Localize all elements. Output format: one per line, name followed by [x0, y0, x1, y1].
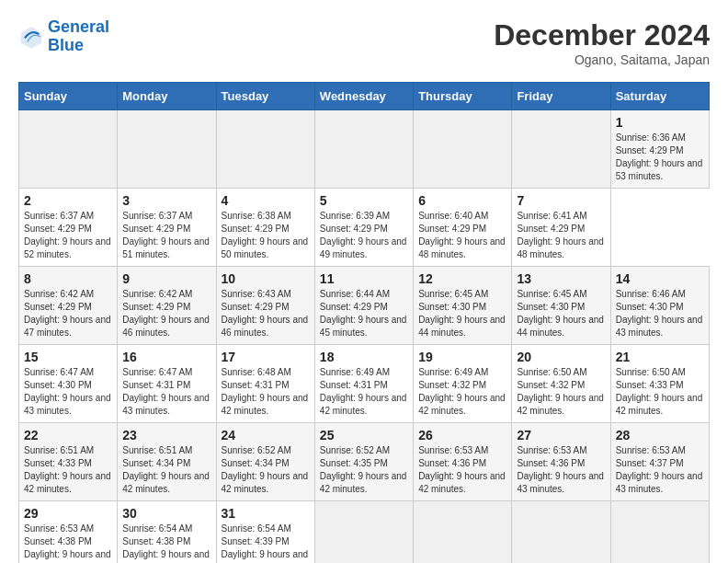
- day-number: 8: [24, 271, 112, 286]
- calendar-day-cell: 24Sunrise: 6:52 AMSunset: 4:34 PMDayligh…: [216, 423, 314, 501]
- day-info: Sunrise: 6:37 AMSunset: 4:29 PMDaylight:…: [24, 210, 112, 261]
- calendar-day-cell: 13Sunrise: 6:45 AMSunset: 4:30 PMDayligh…: [512, 267, 610, 345]
- day-number: 3: [122, 193, 210, 208]
- day-info: Sunrise: 6:39 AMSunset: 4:29 PMDaylight:…: [320, 210, 408, 261]
- calendar-day-cell: 11Sunrise: 6:44 AMSunset: 4:29 PMDayligh…: [314, 267, 413, 345]
- day-info: Sunrise: 6:37 AMSunset: 4:29 PMDaylight:…: [122, 210, 210, 261]
- calendar-day-cell: 23Sunrise: 6:51 AMSunset: 4:34 PMDayligh…: [118, 423, 216, 501]
- calendar-day-cell: 30Sunrise: 6:54 AMSunset: 4:38 PMDayligh…: [118, 501, 216, 564]
- month-title: December 2024: [494, 18, 710, 52]
- day-info: Sunrise: 6:45 AMSunset: 4:30 PMDaylight:…: [418, 288, 506, 339]
- logo: General Blue: [18, 18, 109, 55]
- day-number: 27: [517, 428, 605, 442]
- day-info: Sunrise: 6:49 AMSunset: 4:31 PMDaylight:…: [320, 366, 408, 418]
- calendar-empty-cell: [414, 110, 512, 189]
- day-number: 25: [320, 428, 408, 442]
- calendar-day-cell: 14Sunrise: 6:46 AMSunset: 4:30 PMDayligh…: [610, 267, 709, 345]
- calendar-week-row: 2Sunrise: 6:37 AMSunset: 4:29 PMDaylight…: [19, 189, 710, 267]
- day-info: Sunrise: 6:42 AMSunset: 4:29 PMDaylight:…: [122, 288, 210, 339]
- location-subtitle: Ogano, Saitama, Japan: [494, 52, 710, 67]
- calendar-day-cell: 5Sunrise: 6:39 AMSunset: 4:29 PMDaylight…: [314, 189, 413, 267]
- calendar-day-cell: 18Sunrise: 6:49 AMSunset: 4:31 PMDayligh…: [314, 345, 413, 423]
- calendar-empty-cell: [118, 110, 216, 189]
- calendar-day-cell: [314, 501, 413, 564]
- day-info: Sunrise: 6:48 AMSunset: 4:31 PMDaylight:…: [222, 366, 310, 418]
- calendar-header-wednesday: Wednesday: [314, 83, 413, 110]
- calendar-day-cell: 2Sunrise: 6:37 AMSunset: 4:29 PMDaylight…: [19, 189, 118, 267]
- day-number: 13: [517, 271, 605, 286]
- day-number: 2: [24, 193, 112, 208]
- day-number: 4: [222, 193, 310, 208]
- day-info: Sunrise: 6:49 AMSunset: 4:32 PMDaylight:…: [418, 366, 506, 418]
- day-number: 7: [517, 193, 605, 208]
- day-info: Sunrise: 6:45 AMSunset: 4:30 PMDaylight:…: [517, 288, 605, 339]
- calendar-day-cell: [414, 501, 512, 564]
- calendar-day-cell: 9Sunrise: 6:42 AMSunset: 4:29 PMDaylight…: [118, 267, 216, 345]
- calendar-day-cell: 3Sunrise: 6:37 AMSunset: 4:29 PMDaylight…: [118, 189, 216, 267]
- calendar-day-cell: 15Sunrise: 6:47 AMSunset: 4:30 PMDayligh…: [19, 345, 118, 423]
- day-info: Sunrise: 6:42 AMSunset: 4:29 PMDaylight:…: [24, 288, 112, 339]
- day-info: Sunrise: 6:40 AMSunset: 4:29 PMDaylight:…: [418, 210, 506, 261]
- calendar-header-thursday: Thursday: [414, 83, 512, 110]
- calendar-header-sunday: Sunday: [19, 83, 118, 110]
- calendar-day-cell: [610, 501, 709, 564]
- day-number: 29: [24, 506, 112, 521]
- day-info: Sunrise: 6:41 AMSunset: 4:29 PMDaylight:…: [517, 210, 605, 261]
- calendar-header-row: SundayMondayTuesdayWednesdayThursdayFrid…: [19, 83, 710, 110]
- day-info: Sunrise: 6:54 AMSunset: 4:39 PMDaylight:…: [222, 523, 310, 563]
- calendar-empty-cell: [216, 110, 314, 189]
- day-number: 9: [122, 271, 210, 286]
- calendar-header-saturday: Saturday: [610, 83, 709, 110]
- day-info: Sunrise: 6:47 AMSunset: 4:30 PMDaylight:…: [24, 366, 112, 418]
- day-info: Sunrise: 6:36 AMSunset: 4:29 PMDaylight:…: [616, 132, 704, 183]
- calendar-day-cell: 26Sunrise: 6:53 AMSunset: 4:36 PMDayligh…: [414, 423, 512, 501]
- day-info: Sunrise: 6:50 AMSunset: 4:33 PMDaylight:…: [616, 366, 704, 418]
- calendar-day-cell: 6Sunrise: 6:40 AMSunset: 4:29 PMDaylight…: [414, 189, 512, 267]
- calendar-day-cell: 16Sunrise: 6:47 AMSunset: 4:31 PMDayligh…: [118, 345, 216, 423]
- calendar-week-row: 1Sunrise: 6:36 AMSunset: 4:29 PMDaylight…: [19, 110, 710, 189]
- calendar-header-monday: Monday: [118, 83, 216, 110]
- day-number: 23: [122, 428, 210, 442]
- calendar-day-cell: 12Sunrise: 6:45 AMSunset: 4:30 PMDayligh…: [414, 267, 512, 345]
- day-number: 31: [222, 506, 310, 521]
- day-number: 12: [418, 271, 506, 286]
- calendar-day-cell: 22Sunrise: 6:51 AMSunset: 4:33 PMDayligh…: [19, 423, 118, 501]
- calendar-day-cell: 8Sunrise: 6:42 AMSunset: 4:29 PMDaylight…: [19, 267, 118, 345]
- day-number: 14: [616, 271, 704, 286]
- day-info: Sunrise: 6:47 AMSunset: 4:31 PMDaylight:…: [122, 366, 210, 418]
- day-number: 10: [222, 271, 310, 286]
- day-number: 24: [222, 428, 310, 442]
- day-info: Sunrise: 6:53 AMSunset: 4:36 PMDaylight:…: [418, 444, 506, 496]
- day-info: Sunrise: 6:53 AMSunset: 4:37 PMDaylight:…: [616, 444, 704, 496]
- day-number: 18: [320, 350, 408, 364]
- day-number: 15: [24, 350, 112, 364]
- calendar-week-row: 8Sunrise: 6:42 AMSunset: 4:29 PMDaylight…: [19, 267, 710, 345]
- calendar-empty-cell: [19, 110, 118, 189]
- calendar-header-friday: Friday: [512, 83, 610, 110]
- calendar-day-cell: [512, 501, 610, 564]
- calendar-header-tuesday: Tuesday: [216, 83, 314, 110]
- calendar-day-cell: 4Sunrise: 6:38 AMSunset: 4:29 PMDaylight…: [216, 189, 314, 267]
- calendar-table: SundayMondayTuesdayWednesdayThursdayFrid…: [18, 82, 710, 563]
- calendar-week-row: 15Sunrise: 6:47 AMSunset: 4:30 PMDayligh…: [19, 345, 710, 423]
- calendar-day-cell: 31Sunrise: 6:54 AMSunset: 4:39 PMDayligh…: [216, 501, 314, 564]
- calendar-day-cell: 25Sunrise: 6:52 AMSunset: 4:35 PMDayligh…: [314, 423, 413, 501]
- calendar-week-row: 29Sunrise: 6:53 AMSunset: 4:38 PMDayligh…: [19, 501, 710, 564]
- day-info: Sunrise: 6:51 AMSunset: 4:33 PMDaylight:…: [24, 444, 112, 496]
- calendar-day-cell: 28Sunrise: 6:53 AMSunset: 4:37 PMDayligh…: [610, 423, 709, 501]
- day-info: Sunrise: 6:53 AMSunset: 4:38 PMDaylight:…: [24, 523, 112, 563]
- calendar-day-cell: 1Sunrise: 6:36 AMSunset: 4:29 PMDaylight…: [610, 110, 709, 189]
- calendar-week-row: 22Sunrise: 6:51 AMSunset: 4:33 PMDayligh…: [19, 423, 710, 501]
- day-number: 30: [122, 506, 210, 521]
- logo-text: General Blue: [48, 18, 109, 55]
- day-number: 16: [122, 350, 210, 364]
- day-info: Sunrise: 6:50 AMSunset: 4:32 PMDaylight:…: [517, 366, 605, 418]
- day-number: 6: [418, 193, 506, 208]
- day-number: 5: [320, 193, 408, 208]
- calendar-day-cell: 27Sunrise: 6:53 AMSunset: 4:36 PMDayligh…: [512, 423, 610, 501]
- calendar-empty-cell: [314, 110, 413, 189]
- day-info: Sunrise: 6:44 AMSunset: 4:29 PMDaylight:…: [320, 288, 408, 339]
- day-info: Sunrise: 6:46 AMSunset: 4:30 PMDaylight:…: [616, 288, 704, 339]
- day-number: 26: [418, 428, 506, 442]
- title-area: December 2024 Ogano, Saitama, Japan: [494, 18, 710, 67]
